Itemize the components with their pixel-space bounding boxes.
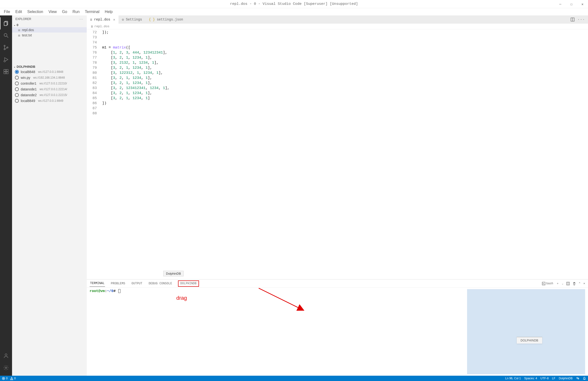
connection-item[interactable]: datanode1 ws://127.0.0.1:22214/ (12, 86, 87, 92)
run-debug-activity-icon[interactable] (0, 54, 12, 66)
sidebar-more-icon[interactable]: ··· (80, 17, 83, 21)
menu-go[interactable]: Go (60, 9, 70, 15)
menu-view[interactable]: View (46, 9, 59, 15)
radio-icon[interactable] (15, 93, 19, 97)
svg-line-3 (7, 36, 8, 38)
tab-label: Settings (126, 18, 142, 22)
radio-icon[interactable] (15, 82, 19, 85)
drag-annotation: drag (176, 295, 187, 301)
drop-target-region[interactable]: DOLPHINDB (467, 289, 585, 374)
svg-point-4 (4, 45, 5, 46)
menu-file[interactable]: File (1, 9, 13, 15)
code-content[interactable]: ]);m1 = matrix([ [1, 2, 3, 444, 12341234… (101, 29, 588, 279)
panel-tab-problems[interactable]: PROBLEMS (110, 280, 126, 287)
status-warnings[interactable]: 0 (10, 377, 16, 380)
status-encoding[interactable]: UTF-8 (541, 377, 549, 380)
maximize-panel-icon[interactable]: ⌃ (579, 282, 581, 285)
settings-gear-icon[interactable] (0, 362, 12, 374)
panel-tab-terminal[interactable]: TERMINAL (90, 280, 105, 287)
gutter: 7273747576777879808182838485868788 (87, 29, 101, 279)
prompt-user: root@vm (90, 289, 105, 293)
connection-url: ws://192.168.134.1:8848 (33, 76, 65, 79)
radio-icon[interactable] (15, 76, 19, 80)
connection-item[interactable]: win.py ws://192.168.134.1:8848 (12, 75, 87, 81)
menu-run[interactable]: Run (70, 9, 82, 15)
svg-point-2 (4, 34, 7, 36)
svg-rect-11 (6, 72, 8, 74)
explorer-activity-icon[interactable] (0, 17, 12, 29)
status-feedback-icon[interactable] (576, 377, 579, 380)
main-layout: EXPLORER ··· ⌄ 0 ≣ repl.dos ≣ test.txt ⌄… (0, 15, 588, 376)
connection-name: datanode2 (21, 93, 37, 97)
shell-indicator[interactable]: bash (542, 282, 553, 285)
svg-rect-10 (4, 72, 6, 74)
menu-help[interactable]: Help (102, 9, 115, 15)
svg-point-6 (7, 47, 8, 48)
folder-section-header[interactable]: ⌄ 0 (12, 23, 87, 27)
close-panel-icon[interactable]: ✕ (583, 282, 585, 285)
window-controls: — ☐ ✕ (555, 0, 588, 8)
sidebar-header: EXPLORER ··· (12, 15, 87, 23)
connection-item[interactable]: local8849 ws://127.0.0.1:8849 (12, 98, 87, 104)
status-indentation[interactable]: Spaces: 4 (524, 377, 537, 380)
dolphindb-section: ⌄ DOLPHINDB local8848 ws://127.0.0.1:884… (12, 64, 87, 104)
file-tree-item[interactable]: ≣ test.txt (12, 33, 87, 38)
radio-icon[interactable] (15, 87, 19, 91)
close-window-button[interactable]: ✕ (577, 0, 588, 8)
extensions-activity-icon[interactable] (0, 66, 12, 78)
split-terminal-icon[interactable] (566, 282, 570, 285)
accounts-icon[interactable] (0, 350, 12, 362)
terminal-output[interactable]: root@vm:~/0# drag (90, 289, 467, 374)
maximize-button[interactable]: ☐ (566, 0, 577, 8)
menu-terminal[interactable]: Terminal (82, 9, 102, 15)
panel-tab-debug-console[interactable]: DEBUG CONSOLE (148, 280, 173, 287)
status-language[interactable]: DolphinDB (559, 377, 573, 380)
editor-tab[interactable]: { } settings.json (146, 15, 187, 24)
status-eol[interactable]: LF (552, 377, 555, 380)
split-editor-icon[interactable] (570, 17, 575, 22)
panel-tab-output[interactable]: OUTPUT (131, 280, 143, 287)
more-actions-icon[interactable]: ··· (578, 18, 585, 22)
menu-edit[interactable]: Edit (13, 9, 24, 15)
connection-url: ws://127.0.0.1:22210/ (39, 82, 67, 85)
svg-point-14 (5, 367, 7, 368)
tab-label: settings.json (157, 18, 183, 22)
terminal-dropdown-icon[interactable]: ⌄ (562, 282, 564, 285)
svg-point-26 (12, 379, 12, 379)
code-editor[interactable]: 7273747576777879808182838485868788 ]);m1… (87, 29, 588, 279)
minimize-button[interactable]: — (555, 0, 566, 8)
radio-icon[interactable] (15, 70, 19, 74)
editor-tab[interactable]: ⚙ Settings (119, 15, 146, 24)
kill-terminal-icon[interactable] (573, 282, 576, 285)
menu-selection[interactable]: Selection (25, 9, 45, 15)
close-tab-icon[interactable]: ✕ (113, 18, 115, 22)
file-tree-item[interactable]: ≣ repl.dos (12, 27, 87, 33)
breadcrumb[interactable]: ≣ repl.dos (87, 24, 588, 29)
panel-tab-dolphindb[interactable]: DOLPHINDB (178, 280, 199, 287)
file-name: repl.dos (22, 28, 34, 32)
svg-line-21 (259, 288, 304, 310)
dolphindb-section-header[interactable]: ⌄ DOLPHINDB (12, 64, 87, 69)
connection-item[interactable]: local8848 ws://127.0.0.1:8848 (12, 69, 87, 75)
chevron-down-icon: ⌄ (14, 65, 16, 68)
svg-point-28 (578, 378, 579, 379)
svg-point-27 (577, 377, 578, 378)
panel-tab-bar: TERMINAL PROBLEMS OUTPUT DEBUG CONSOLE D… (87, 279, 588, 288)
bottom-panel: DolphinDB TERMINAL PROBLEMS OUTPUT DEBUG… (87, 279, 588, 376)
editor-tab[interactable]: ≣ repl.dos ✕ (87, 15, 119, 24)
connection-item[interactable]: datanode2 ws://127.0.0.1:22215/ (12, 92, 87, 98)
status-cursor-position[interactable]: Ln 96, Col 1 (505, 377, 521, 380)
search-activity-icon[interactable] (0, 29, 12, 42)
connection-item[interactable]: controller1 ws://127.0.0.1:22210/ (12, 81, 87, 86)
tooltip: DolphinDB (163, 271, 184, 276)
tab-bar-actions: ··· (570, 15, 588, 24)
chevron-down-icon: ⌄ (14, 23, 16, 26)
new-terminal-icon[interactable]: ＋ (556, 281, 559, 286)
terminal-body[interactable]: root@vm:~/0# drag DOLPHINDB (87, 288, 588, 376)
connection-name: datanode1 (21, 87, 37, 91)
status-errors[interactable]: 0 (2, 377, 8, 380)
radio-icon[interactable] (15, 99, 19, 103)
source-control-activity-icon[interactable] (0, 42, 12, 54)
svg-rect-9 (4, 69, 6, 71)
status-bell-icon[interactable] (583, 377, 586, 380)
